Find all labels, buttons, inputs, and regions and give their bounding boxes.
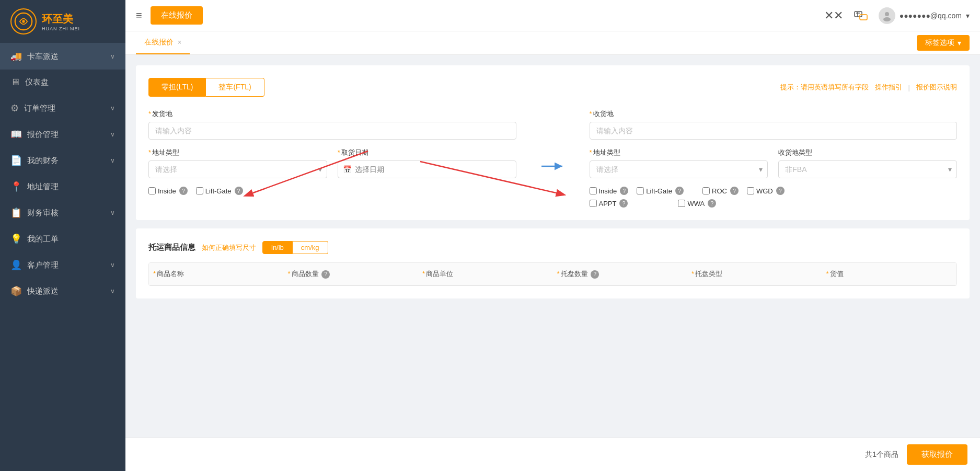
operation-guide-link[interactable]: 操作指引 (875, 83, 902, 92)
unit-inlb-button[interactable]: in/lb (262, 241, 293, 254)
dest-wwa-checkbox[interactable]: WWA ? (678, 199, 716, 208)
dest-roc-checkbox[interactable]: ROC ? (702, 187, 739, 195)
origin-liftgate-input[interactable] (196, 187, 203, 194)
dest-inside-input[interactable] (590, 187, 597, 194)
menu-arrow-finance: ∨ (110, 157, 115, 164)
tab-bar-left: 在线报价 × (136, 31, 190, 54)
menu-icon-truck: 🚚 (10, 51, 22, 62)
form-two-col: *发货地 *地址类型 请选择 (148, 109, 957, 208)
logo-cn: 环至美 (42, 12, 80, 26)
sidebar-item-workorder[interactable]: 💡 我的工单 (0, 226, 125, 252)
menu-label-workorder: 我的工单 (27, 234, 59, 244)
user-email: ●●●●●●●@qq.com (900, 12, 962, 20)
origin-inside-help-icon[interactable]: ? (179, 187, 188, 195)
tag-select-arrow: ▾ (958, 39, 961, 47)
dest-roc-help-icon[interactable]: ? (730, 187, 739, 195)
delivery-type-select[interactable]: 非FBA (778, 160, 957, 178)
origin-inside-input[interactable] (148, 187, 156, 194)
dest-liftgate-input[interactable] (637, 187, 644, 194)
calendar-icon: 📅 (343, 165, 352, 174)
dest-appt-checkbox[interactable]: APPT ? (590, 199, 628, 208)
delivery-type-select-wrapper: 非FBA (778, 160, 957, 178)
quote-diagram-link[interactable]: 报价图示说明 (916, 83, 957, 92)
ftl-tab-button[interactable]: 整车(FTL) (206, 78, 264, 97)
tab-close-icon[interactable]: × (178, 39, 181, 46)
dest-checkboxes-row1: Inside ? Lift-Gate ? ROC ? (590, 187, 958, 195)
unit-toggle: in/lb cm/kg (262, 241, 328, 254)
menu-icon-workorder: 💡 (10, 233, 22, 245)
origin-addr-type-group: *地址类型 请选择 (148, 148, 327, 178)
origin-liftgate-help-icon[interactable]: ? (235, 187, 243, 195)
dest-addr-type-select[interactable]: 请选择 (590, 160, 768, 178)
sidebar-item-address[interactable]: 📍 地址管理 (0, 174, 125, 200)
online-quote-header-button[interactable]: 在线报价 (151, 6, 203, 25)
sidebar-item-orders[interactable]: ⚙ 订单管理 ∨ (0, 95, 125, 121)
sidebar-item-customer[interactable]: 👤 客户管理 ∨ (0, 252, 125, 278)
svg-point-6 (885, 12, 889, 16)
destination-input[interactable] (590, 122, 958, 140)
origin-liftgate-checkbox[interactable]: Lift-Gate ? (196, 187, 243, 195)
dest-wgd-help-icon[interactable]: ? (776, 187, 785, 195)
tab-online-quote[interactable]: 在线报价 × (136, 31, 190, 54)
origin-addr-type-select[interactable]: 请选择 (148, 160, 327, 178)
how-to-fill-link[interactable]: 如何正确填写尺寸 (202, 243, 256, 252)
fullscreen-icon[interactable]: ✕✕ (824, 9, 843, 22)
goods-section-header: 托运商品信息 如何正确填写尺寸 in/lb cm/kg (148, 241, 957, 254)
sidebar-item-truck[interactable]: 🚚 卡车派送 ∨ (0, 43, 125, 70)
dest-label: *收货地 (590, 109, 958, 119)
dest-appt-help-icon[interactable]: ? (619, 199, 628, 208)
dest-liftgate-checkbox[interactable]: Lift-Gate ? (637, 187, 684, 195)
header: ≡ 在线报价 ✕✕ ●●●●●●●@qq.com ▾ (125, 0, 980, 31)
dest-wgd-input[interactable] (747, 187, 754, 194)
dest-appt-input[interactable] (590, 200, 597, 207)
header-left: ≡ 在线报价 (136, 6, 203, 25)
ltl-tab-button[interactable]: 零担(LTL) (148, 78, 206, 97)
menu-arrow-express: ∨ (110, 288, 115, 295)
delivery-type-label: 收货地类型 (778, 148, 957, 157)
svg-point-7 (883, 17, 891, 21)
sidebar-item-audit[interactable]: 📋 财务审核 ∨ (0, 200, 125, 226)
goods-table-header: *商品名称*商品数量 ?*商品单位*托盘数量 ?*托盘类型*货值 (149, 263, 956, 285)
menu-icon-express: 📦 (10, 285, 22, 297)
col-help-3[interactable]: ? (591, 270, 599, 279)
main-area: ≡ 在线报价 ✕✕ ●●●●●●●@qq.com ▾ (125, 0, 980, 471)
pickup-date-input[interactable] (338, 160, 516, 178)
menu-arrow-orders: ∨ (110, 105, 115, 112)
dest-wwa-label: WWA (687, 200, 705, 208)
header-right: ✕✕ ●●●●●●●@qq.com ▾ (824, 7, 970, 24)
dest-wwa-input[interactable] (678, 200, 685, 207)
origin-input[interactable] (148, 122, 516, 140)
user-info[interactable]: ●●●●●●●@qq.com ▾ (879, 7, 970, 24)
dest-inside-label: Inside (599, 187, 617, 195)
dest-liftgate-help-icon[interactable]: ? (675, 187, 684, 195)
col-help-1[interactable]: ? (321, 270, 330, 279)
quote-form-card: 零担(LTL) 整车(FTL) 提示：请用英语填写所有字段 操作指引 | 报价图… (136, 65, 970, 220)
dest-wwa-help-icon[interactable]: ? (708, 199, 716, 208)
svg-point-1 (22, 20, 25, 22)
sidebar-item-dashboard[interactable]: 🖥 仪表盘 (0, 70, 125, 95)
translate-icon[interactable] (854, 8, 868, 23)
tag-select-button[interactable]: 标签选项 ▾ (917, 35, 970, 51)
dest-liftgate-label: Lift-Gate (646, 187, 672, 195)
menu-arrow-truck: ∨ (110, 53, 115, 60)
menu-label-orders: 订单管理 (24, 104, 55, 113)
dest-inside-checkbox[interactable]: Inside ? (590, 187, 629, 195)
dest-row2: *地址类型 请选择 收货地类型 (590, 148, 958, 178)
dest-wgd-checkbox[interactable]: WGD ? (747, 187, 785, 195)
menu-toggle-icon[interactable]: ≡ (136, 9, 142, 21)
unit-cmkg-button[interactable]: cm/kg (293, 241, 328, 254)
menu-icon-audit: 📋 (10, 207, 22, 219)
get-quote-button[interactable]: 获取报价 (907, 444, 967, 465)
dest-addr-type-select-wrapper: 请选择 (590, 160, 768, 178)
dest-inside-help-icon[interactable]: ? (620, 187, 628, 195)
origin-inside-checkbox[interactable]: Inside ? (148, 187, 188, 195)
sidebar-item-quotes[interactable]: 📖 报价管理 ∨ (0, 121, 125, 147)
sidebar-item-express[interactable]: 📦 快递派送 ∨ (0, 278, 125, 304)
tab-bar-right: 标签选项 ▾ (917, 35, 970, 51)
user-dropdown-icon[interactable]: ▾ (966, 12, 970, 20)
dest-roc-input[interactable] (702, 187, 710, 194)
table-col-2: *商品单位 (418, 263, 553, 285)
sidebar-item-finance[interactable]: 📄 我的财务 ∨ (0, 147, 125, 174)
hint-area: 提示：请用英语填写所有字段 操作指引 | 报价图示说明 (780, 83, 957, 92)
logo-icon (10, 8, 37, 35)
